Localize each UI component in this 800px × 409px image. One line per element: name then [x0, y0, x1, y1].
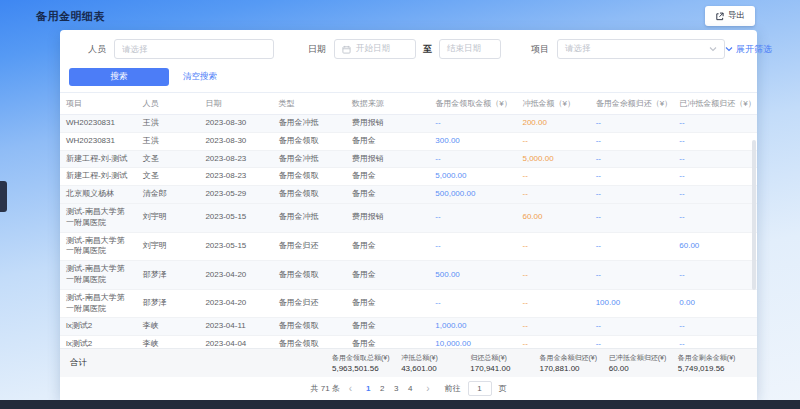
table-row[interactable]: 新建工程-刘-测试文圣2023-08-23备用金冲抵费用报销--5,000.00… [60, 150, 757, 168]
cell-offset-returned: -- [673, 168, 757, 186]
date-label: 日期 [308, 43, 326, 56]
cell-date: 2023-04-20 [199, 261, 272, 290]
cell-offset: -- [516, 168, 589, 186]
cell-received: -- [429, 232, 516, 261]
page-button-3[interactable]: 3 [389, 382, 403, 396]
cell-offset: -- [516, 318, 589, 336]
table-row[interactable]: 测试-南昌大学第一附属医院刘宇明2023-05-15备用金冲抵费用报销--60.… [60, 203, 757, 232]
table-row[interactable]: 新建工程-刘-测试文圣2023-08-23备用金领取备用金5,000.00---… [60, 168, 757, 186]
cell-balance-returned: -- [590, 115, 674, 133]
clear-search-link[interactable]: 清空搜索 [183, 71, 217, 83]
cell-offset-returned: -- [673, 132, 757, 150]
goto-label: 前往 [445, 383, 461, 394]
table-row[interactable]: WH20230831王洪2023-08-30备用金领取备用金300.00----… [60, 132, 757, 150]
column-header-offset: 冲抵金额（¥） [516, 93, 589, 115]
table-scrollbar-thumb[interactable] [752, 140, 756, 290]
cell-offset-returned: -- [673, 318, 757, 336]
end-date-input[interactable]: 结束日期 [439, 39, 501, 59]
cell-date: 2023-05-15 [199, 203, 272, 232]
export-button[interactable]: 导出 [705, 6, 755, 26]
expand-filter-link[interactable]: 展开筛选 [725, 43, 772, 56]
goto-page-input[interactable] [468, 381, 492, 396]
cell-balance-returned: -- [590, 168, 674, 186]
summary-stat: 冲抵总额(¥)43,601.00 [401, 353, 470, 373]
cell-offset-returned: 60.00 [673, 232, 757, 261]
summary-stat: 归还总额(¥)170,941.00 [470, 353, 539, 373]
summary-stat-value: 60.00 [609, 364, 678, 373]
cell-project: 新建工程-刘-测试 [60, 168, 137, 186]
column-header-source: 数据来源 [346, 93, 430, 115]
table-row[interactable]: lx测试2李峡2023-04-04备用金领取备用金10,000.00------ [60, 336, 757, 348]
cell-received: 500,000.00 [429, 186, 516, 204]
project-select[interactable]: 请选择 [557, 39, 725, 59]
cell-date: 2023-04-11 [199, 318, 272, 336]
date-range-separator: 至 [423, 43, 432, 56]
table-header-row: 项目人员日期类型数据来源备用金领取金额（¥）冲抵金额（¥）备用金余额归还（¥）已… [60, 93, 757, 115]
column-header-received: 备用金领取金额（¥） [429, 93, 516, 115]
filter-bar: 人员 日期 开始日期 至 结束日期 项目 [60, 30, 757, 61]
cell-person: 李峡 [137, 336, 200, 348]
table-row[interactable]: WH20230831王洪2023-08-30备用金冲抵费用报销--200.00-… [60, 115, 757, 133]
cell-type: 备用金领取 [273, 318, 346, 336]
cell-type: 备用金冲抵 [273, 150, 346, 168]
start-date-input[interactable]: 开始日期 [334, 39, 416, 59]
cell-person: 刘宇明 [137, 203, 200, 232]
total-count: 共 71 条 [310, 383, 339, 394]
cell-offset-returned: -- [673, 115, 757, 133]
cell-source: 备用金 [346, 336, 430, 348]
table-row[interactable]: 测试-南昌大学第一附属医院邵梦泽2023-04-20备用金归还备用金----10… [60, 289, 757, 318]
search-button[interactable]: 搜索 [69, 68, 169, 86]
personnel-input[interactable] [114, 39, 274, 59]
cell-date: 2023-08-30 [199, 115, 272, 133]
table-row[interactable]: lx测试2李峡2023-04-11备用金领取备用金1,000.00------ [60, 318, 757, 336]
cell-received: -- [429, 289, 516, 318]
prev-page-button[interactable]: ‹ [347, 384, 354, 394]
cell-received: -- [429, 115, 516, 133]
cell-offset: 5,000.00 [516, 150, 589, 168]
column-header-project: 项目 [60, 93, 137, 115]
page-button-4[interactable]: 4 [403, 382, 417, 396]
sidebar-collapse-handle[interactable] [0, 181, 7, 212]
cell-person: 刘宇明 [137, 232, 200, 261]
cell-offset: -- [516, 289, 589, 318]
cell-offset: 60.00 [516, 203, 589, 232]
personnel-filter: 人员 [88, 39, 274, 59]
cell-received: -- [429, 203, 516, 232]
cell-source: 备用金 [346, 232, 430, 261]
cell-project: 新建工程-刘-测试 [60, 150, 137, 168]
cell-balance-returned: 100.00 [590, 289, 674, 318]
project-filter: 项目 请选择 [531, 39, 725, 59]
cell-balance-returned: -- [590, 132, 674, 150]
cell-received: 10,000.00 [429, 336, 516, 348]
expand-filter-label: 展开筛选 [736, 43, 772, 56]
table-row[interactable]: 测试-南昌大学第一附属医院刘宇明2023-05-15备用金归还备用金------… [60, 232, 757, 261]
summary-stat-label: 备用金剩余金额(¥) [678, 353, 747, 363]
cell-balance-returned: -- [590, 318, 674, 336]
cell-source: 备用金 [346, 261, 430, 290]
table-row[interactable]: 测试-南昌大学第一附属医院邵梦泽2023-04-20备用金领取备用金500.00… [60, 261, 757, 290]
detail-table: 项目人员日期类型数据来源备用金领取金额（¥）冲抵金额（¥）备用金余额归还（¥）已… [60, 92, 757, 348]
cell-date: 2023-08-23 [199, 150, 272, 168]
action-bar: 搜索 清空搜索 [60, 61, 757, 92]
cell-balance-returned: -- [590, 232, 674, 261]
cell-person: 清金郎 [137, 186, 200, 204]
page-button-1[interactable]: 1 [361, 382, 375, 396]
table-row[interactable]: 北京顺义杨林清金郎2023-05-29备用金领取备用金500,000.00---… [60, 186, 757, 204]
cell-project: WH20230831 [60, 115, 137, 133]
table-body: WH20230831王洪2023-08-30备用金冲抵费用报销--200.00-… [60, 115, 757, 349]
page-button-2[interactable]: 2 [375, 382, 389, 396]
chevron-down-icon [709, 46, 717, 52]
next-page-button[interactable]: › [424, 384, 431, 394]
cell-person: 邵梦泽 [137, 289, 200, 318]
summary-stat-label: 已冲抵金额归还(¥) [609, 353, 678, 363]
summary-stat-value: 5,963,501.56 [332, 364, 401, 373]
goto-suffix: 页 [499, 383, 507, 394]
summary-row: 合计 备用金领取总额(¥)5,963,501.56冲抵总额(¥)43,601.0… [60, 348, 757, 377]
content-panel: 人员 日期 开始日期 至 结束日期 项目 [60, 30, 757, 400]
cell-received: -- [429, 150, 516, 168]
cell-project: 测试-南昌大学第一附属医院 [60, 261, 137, 290]
cell-offset-returned: -- [673, 203, 757, 232]
column-header-person: 人员 [137, 93, 200, 115]
column-header-type: 类型 [273, 93, 346, 115]
summary-stat-value: 43,601.00 [401, 364, 470, 373]
